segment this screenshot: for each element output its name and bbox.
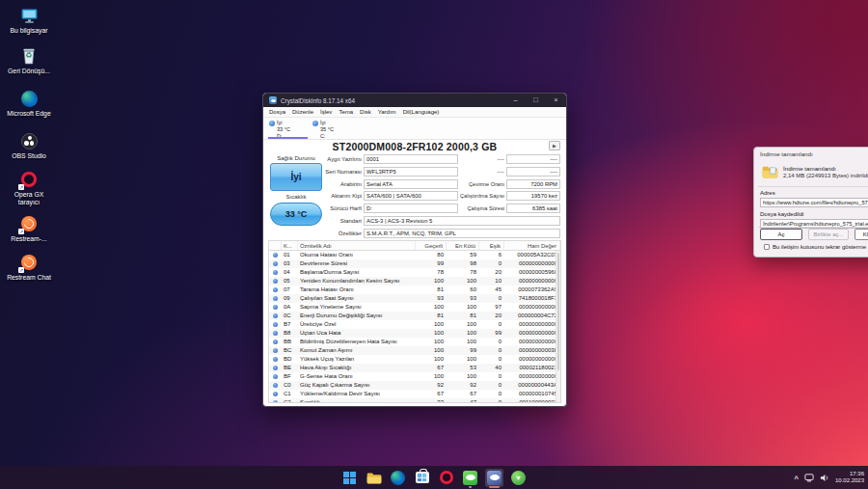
attribute-worst: 93 xyxy=(447,294,479,303)
taskbar-clock[interactable]: 17:36 10.02.2023 xyxy=(835,471,864,484)
menu-dosya[interactable]: Dosya xyxy=(269,109,285,115)
edge-button[interactable] xyxy=(389,469,407,487)
desktop-icon-restream[interactable]: ↗ Restream-... xyxy=(2,214,56,243)
attribute-threshold: 40 xyxy=(479,364,504,372)
table-row[interactable]: BF G-Sense Hata Oranı 100 100 0 00000000… xyxy=(269,372,560,381)
smart-attribute-table: K... Öznitelik Adı Geçerli En Kötü Eşik … xyxy=(268,240,561,403)
table-row[interactable]: BE Hava Akışı Sıcaklığı 67 53 40 0000211… xyxy=(269,364,560,372)
crystaldiskinfo-app-icon xyxy=(487,471,502,485)
table-row[interactable]: 0A Sapma Yineleme Sayısı 100 100 97 0000… xyxy=(269,303,560,312)
address-field[interactable]: https://www.hdtune.com/files/hdtunepro_5… xyxy=(760,198,868,207)
restream-icon: ↗ xyxy=(19,214,39,233)
table-scrollbar[interactable] xyxy=(556,251,560,402)
attribute-name: Yüksek Uçuş Yazılan xyxy=(298,355,416,364)
field-row: ---- ---- xyxy=(460,167,562,177)
minimize-button[interactable]: – xyxy=(505,94,526,107)
field-value: 19570 kez xyxy=(506,191,560,201)
menu-islev[interactable]: İşlev xyxy=(320,109,332,115)
status-ok-icon xyxy=(269,320,282,329)
open-with-button[interactable]: Birlikte aç... xyxy=(808,229,849,240)
desktop-icon-restream-chat[interactable]: ↗ Restream Chat xyxy=(2,253,56,282)
disk-tab-c[interactable]: İyi 35 °C C: xyxy=(312,118,355,139)
table-row[interactable]: 01 Okuma Hatası Oranı 80 59 6 000005A32C… xyxy=(269,251,560,259)
table-row[interactable]: C0 Güç Kapalı Çıkarma Sayısı 92 92 0 000… xyxy=(269,381,560,390)
desktop-icon-obs-studio[interactable]: OBS Studio xyxy=(2,131,56,160)
field-row: Aygıt Yazılımı 0001 xyxy=(290,154,462,164)
desktop-icon-opera-gx[interactable]: ↗ Opera GX tarayıcı xyxy=(2,170,56,205)
status-ok-icon xyxy=(269,364,282,372)
folder-file-icon xyxy=(762,165,778,178)
title-bar[interactable]: CrystalDiskInfo 8.17.14 x64 – □ × xyxy=(263,94,566,107)
attribute-raw-value: 000000010745 xyxy=(504,390,560,398)
opera-button[interactable] xyxy=(437,469,455,487)
status-ok-icon xyxy=(269,268,282,277)
menu-yardim[interactable]: Yardım xyxy=(378,109,396,115)
status-ok-icon xyxy=(269,329,282,338)
microsoft-store-button[interactable] xyxy=(413,469,431,487)
maximize-button[interactable]: □ xyxy=(526,94,546,107)
attribute-worst: 67 xyxy=(447,390,479,398)
attribute-current: 100 xyxy=(416,303,447,312)
field-value: Serial ATA xyxy=(364,179,458,189)
scrollbar-thumb[interactable] xyxy=(557,253,559,370)
dont-show-again-checkbox[interactable]: Bu iletişim kutusunu tekrar gösterme xyxy=(764,244,866,250)
table-row[interactable]: 04 Başlama/Durma Sayısı 78 78 20 0000000… xyxy=(269,268,560,277)
attribute-name: Üreticiye Özel xyxy=(298,320,416,329)
table-row[interactable]: BC Komut Zaman Aşımı 100 99 0 0000000000… xyxy=(269,346,560,355)
table-row[interactable]: B8 Uçtan Uca Hata 100 100 99 00000000000… xyxy=(269,329,560,338)
table-row[interactable]: BD Yüksek Uçuş Yazılan 100 100 0 0000000… xyxy=(269,355,560,364)
table-row[interactable]: BB Bildirilmiş Düzeltilemeyen Hata Sayıs… xyxy=(269,338,560,346)
table-row[interactable]: C1 Yükleme/Kaldırma Devir Sayısı 67 67 0… xyxy=(269,390,560,398)
open-folder-button[interactable]: Klasörü aç xyxy=(854,229,868,240)
file-explorer-button[interactable] xyxy=(365,469,383,487)
open-button[interactable]: Aç xyxy=(760,229,802,240)
menu-dil[interactable]: Dil(Language) xyxy=(403,109,440,115)
col-header-worst[interactable]: En Kötü xyxy=(447,241,479,250)
menu-tema[interactable]: Tema xyxy=(339,109,353,115)
table-row[interactable]: 03 Devirlenme Süresi 99 98 0 00000000000… xyxy=(269,259,560,268)
desktop-icon-edge[interactable]: Microsoft Edge xyxy=(2,89,56,118)
next-disk-button[interactable]: ▶ xyxy=(549,141,560,150)
col-header-status[interactable] xyxy=(269,241,282,250)
col-header-name[interactable]: Öznitelik Adı xyxy=(298,241,416,250)
attribute-raw-value: 000000000000 xyxy=(504,259,560,268)
close-button[interactable]: × xyxy=(546,94,566,107)
col-header-id[interactable]: K... xyxy=(282,241,298,250)
drive-fields-right: ---- ---- ---- ---- Çevirme Oranı 7200 R… xyxy=(460,154,562,216)
table-row[interactable]: 09 Çalışılan Saat Sayısı 93 93 0 7418000… xyxy=(269,294,560,303)
display-tray-icon[interactable] xyxy=(804,474,814,482)
recycle-bin-icon: ♻ xyxy=(19,46,39,66)
attribute-current: 100 xyxy=(416,346,447,355)
attribute-worst: 78 xyxy=(447,268,479,277)
col-header-raw[interactable]: Ham Değer xyxy=(504,241,560,250)
col-header-threshold[interactable]: Eşik xyxy=(479,241,504,250)
attribute-threshold: 20 xyxy=(479,268,504,277)
attribute-id: C2 xyxy=(282,398,298,403)
crystaldiskinfo-status-button[interactable] xyxy=(461,469,479,487)
attribute-current: 81 xyxy=(416,285,447,294)
table-body: 01 Okuma Hatası Oranı 80 59 6 000005A32C… xyxy=(269,251,560,403)
dialog-title[interactable]: İndirme tamamlandı xyxy=(754,148,868,160)
table-row[interactable]: B7 Üreticiye Özel 100 100 0 000000000000 xyxy=(269,320,560,329)
table-row[interactable]: C2 Sıcaklık 33 47 0 001100000021 xyxy=(269,398,560,403)
desktop-icon-this-pc[interactable]: Bu bilgisayar xyxy=(2,6,56,35)
attribute-id: C0 xyxy=(282,381,298,390)
desktop-icon-recycle-bin[interactable]: ♻ Geri Dönüşü... xyxy=(2,46,56,75)
col-header-current[interactable]: Geçerli xyxy=(416,241,447,250)
volume-tray-icon[interactable] xyxy=(820,474,829,482)
table-row[interactable]: 0C Enerji Durumu Değişikliği Sayısı 81 8… xyxy=(269,312,560,320)
restream-chat-icon: ↗ xyxy=(19,253,39,272)
menu-disk[interactable]: Disk xyxy=(360,109,371,115)
hidden-icons-chevron[interactable]: ^ xyxy=(795,475,799,483)
attribute-threshold: 0 xyxy=(479,355,504,364)
start-button[interactable] xyxy=(340,469,359,487)
table-row[interactable]: 05 Yeniden Konumlandırılan Kesim Sayısı … xyxy=(269,277,560,285)
table-row[interactable]: 07 Tarama Hatası Oranı 81 60 45 00000733… xyxy=(269,285,560,294)
attribute-name: Sapma Yineleme Sayısı xyxy=(298,303,416,312)
attribute-raw-value: 000000000000 xyxy=(504,329,560,338)
idm-button[interactable]: ▼ xyxy=(509,469,528,487)
menu-duzenle[interactable]: Düzenle xyxy=(292,109,313,115)
disk-tab-d[interactable]: İyi 33 °C D: xyxy=(268,118,312,139)
checkbox-icon[interactable] xyxy=(764,244,770,250)
crystaldiskinfo-app-button[interactable] xyxy=(485,469,503,487)
